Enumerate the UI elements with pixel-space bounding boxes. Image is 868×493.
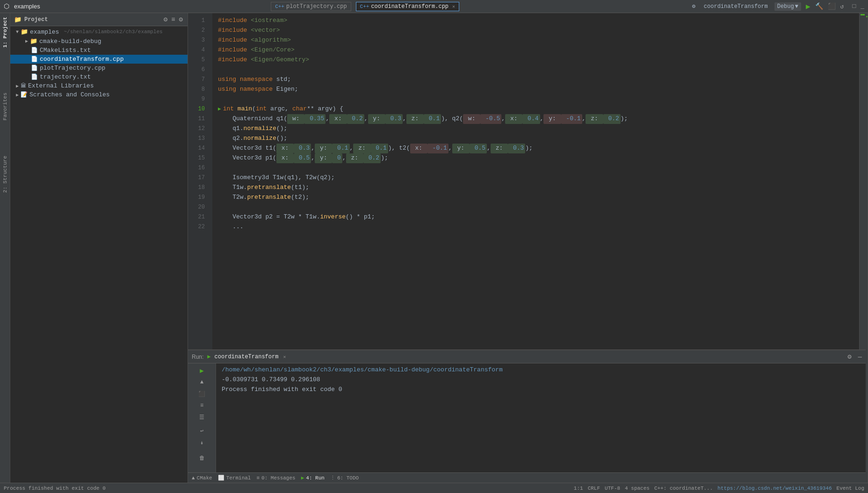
bottom-toolbar-bar: ▲ CMake ⬜ Terminal ≡ 0: Messages ▶ 4: Ru… [188,472,866,483]
favorites-tab[interactable]: Favorites [1,89,9,124]
settings-btn[interactable]: ⚙ [690,2,697,11]
run-trash-btn[interactable]: 🗑 [197,453,207,463]
panel-sync-icon[interactable]: ⚙ [163,15,168,24]
run-play-btn[interactable]: ▶ [197,365,207,376]
run-wrap-btn[interactable]: ↩ [197,426,207,436]
cmake-icon: ▲ [192,475,195,481]
run-button[interactable]: ▶ [806,2,810,11]
btool-messages[interactable]: ≡ 0: Messages [256,475,295,481]
ln-13: 13 [188,134,209,144]
run-stop-btn[interactable]: ⬛ [197,389,207,399]
tree-item-ext-libs[interactable]: ▶ 🏛 External Libraries [10,81,188,90]
bottom-panel: Run: ▶ coordinateTransform ✕ ⚙ — ▶ ▲ ⬛ ≡… [188,349,866,483]
status-position[interactable]: 1:1 [574,486,583,491]
maximize-button[interactable]: □ [852,3,856,10]
code-content[interactable]: #include <iostream> #include <vector> #i… [212,13,859,349]
run-minimize-icon[interactable]: — [858,353,862,361]
run-autoscroll-btn[interactable]: ↡ [197,437,207,448]
folder-arrow-cmake: ▶ [25,38,28,44]
project-tab[interactable]: 1: Project [1,13,9,51]
reload-button[interactable]: ↺ [840,3,844,10]
panel-gear-icon[interactable]: ≡ [170,15,176,24]
run-label-bottom: 4: Run [306,475,325,481]
debug-mode-selector[interactable]: Debug ▼ [774,2,801,11]
rebuild-button[interactable]: 🔨 [815,2,823,10]
run-finished-line: Process finished with exit code 0 [222,386,860,393]
app-name: examples [14,3,40,10]
tree-item-cmake-build[interactable]: ▶ 📁 cmake-build-debug [10,36,188,46]
scratches-icon: 📝 [21,91,28,98]
code-line-18: T1w.pretranslate(t1); [218,183,859,193]
run-list-btn[interactable]: ≡ [197,400,207,411]
messages-icon: ≡ [256,475,260,481]
structure-tab[interactable]: 2: Structure [1,152,9,196]
ln-8: 8 [188,85,209,94]
code-editor[interactable]: 1 2 3 4 5 6 7 8 9 10 11 12 13 14 15 16 1… [188,13,866,349]
run-tabs-bar: Run: ▶ coordinateTransform ✕ ⚙ — [188,350,866,363]
ln-6: 6 [188,65,209,75]
todo-icon: ⋮ [330,475,335,481]
ln-12: 12 [188,124,209,134]
tree-item-cmakelists[interactable]: 📄 CMakeLists.txt [10,46,188,55]
tree-item-coordinate[interactable]: 📄 coordinateTransform.cpp [10,55,188,64]
run-up-btn[interactable]: ▲ [197,377,207,387]
run-filter-btn[interactable]: ☰ [197,412,207,422]
run-tab-close-icon[interactable]: ✕ [283,354,286,360]
btool-todo[interactable]: ⋮ 6: TODO [330,475,359,481]
btool-cmake[interactable]: ▲ CMake [192,475,212,481]
cmake-file-icon: 📄 [31,47,38,54]
tree-item-scratches[interactable]: ▶ 📝 Scratches and Consoles [10,90,188,99]
editor-area: 1 2 3 4 5 6 7 8 9 10 11 12 13 14 15 16 1… [188,13,866,483]
status-url[interactable]: https://blog.csdn.net/weixin_43619346 [717,486,832,491]
status-encoding[interactable]: CRLF [588,486,600,491]
status-lang[interactable]: C++: coordinateT... [654,486,713,491]
ln-10: 10 [188,104,209,114]
status-indent[interactable]: 4 spaces [625,486,650,491]
run-path-line: /home/wh/shenlan/slambook2/ch3/examples/… [222,366,860,373]
examples-root-label: examples [30,29,59,36]
tree-item-plot[interactable]: 📄 plotTrajectory.cpp [10,64,188,72]
right-gutter [859,13,866,349]
tab-close-icon[interactable]: ✕ [452,4,455,9]
status-message: Process finished with exit code 0 [4,486,106,491]
ext-libs-arrow: ▶ [16,83,19,89]
file-tab-coord[interactable]: C++ coordinateTransform.cpp ✕ [356,2,459,11]
ln-9: 9 [188,94,209,104]
run-content: ▶ ▲ ⬛ ≡ ☰ ↩ ↡ 🗑 /home/wh/shenlan/slamboo… [188,363,866,472]
ext-libs-icon: 🏛 [21,82,26,89]
status-event-log[interactable]: Event Log [837,486,864,491]
btool-run[interactable]: ▶ 4: Run [301,475,325,481]
cmake-label: CMake [197,475,212,481]
code-line-22: ... [218,222,859,232]
minimize-button[interactable]: _ [861,3,864,10]
code-line-2: #include <vector> [218,26,859,36]
panel-settings-icon[interactable]: ⚙ [178,15,184,24]
ln-1: 1 [188,16,209,26]
run-path-text: /home/wh/shenlan/slambook2/ch3/examples/… [222,366,503,373]
cpp-file-icon-coord: 📄 [31,56,38,63]
file-tree: ▼ 📁 examples ~/shenlan/slambook2/ch3/exa… [10,26,188,483]
file-tab-plot[interactable]: C++ plotTrajectory.cpp [271,2,351,11]
txt-file-icon: 📄 [31,73,38,80]
coordinate-label: coordinateTransform.cpp [40,56,123,63]
tree-item-examples-root[interactable]: ▼ 📁 examples ~/shenlan/slambook2/ch3/exa… [10,27,188,36]
tree-item-trajectory[interactable]: 📄 trajectory.txt [10,72,188,81]
stop-button[interactable]: ⬛ [828,2,836,10]
gutter-mark-1 [861,14,865,15]
app-icon: ⬡ [4,2,9,10]
run-settings-icon[interactable]: ⚙ [847,353,851,361]
messages-label: 0: Messages [261,475,296,481]
status-charset[interactable]: UTF-8 [605,486,620,491]
ln-22: 22 [188,222,209,232]
ln-11: 11 [188,114,209,124]
ln-18: 18 [188,183,209,193]
run-config[interactable]: coordinateTransform [702,2,770,11]
run-output: /home/wh/shenlan/slambook2/ch3/examples/… [216,363,866,472]
code-line-13: q2.normalize(); [218,134,859,144]
ln-20: 20 [188,203,209,212]
btool-terminal[interactable]: ⬜ Terminal [218,475,251,481]
left-vertical-tabs: 1: Project Favorites 2: Structure [0,13,10,483]
code-line-1: #include <iostream> [218,16,859,26]
run-tab-name[interactable]: coordinateTransform [215,354,279,360]
line-numbers: 1 2 3 4 5 6 7 8 9 10 11 12 13 14 15 16 1… [188,13,212,349]
